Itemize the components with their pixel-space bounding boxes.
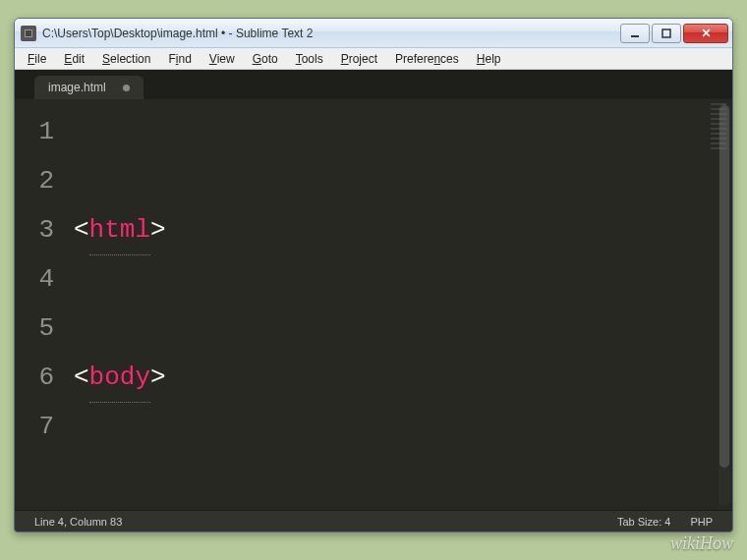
status-cursor[interactable]: Line 4, Column 83 <box>25 516 132 528</box>
tab-label: image.html <box>48 81 106 94</box>
line-gutter: 1 2 3 4 5 6 7 <box>15 99 68 510</box>
minimize-button[interactable] <box>620 24 650 43</box>
line-number: 4 <box>21 254 54 304</box>
menu-edit[interactable]: Edit <box>55 50 93 68</box>
scrollbar-thumb[interactable] <box>719 105 729 468</box>
app-icon <box>21 26 36 41</box>
menu-view[interactable]: View <box>201 50 244 68</box>
svg-rect-2 <box>631 35 639 37</box>
tab-image-html[interactable]: image.html <box>34 76 144 99</box>
code-line <box>74 500 732 510</box>
dirty-indicator-icon <box>123 84 130 91</box>
menu-bar: File Edit Selection Find View Goto Tools… <box>15 48 732 70</box>
line-number: 2 <box>21 156 54 205</box>
vertical-scrollbar[interactable] <box>718 103 730 506</box>
menu-project[interactable]: Project <box>332 50 386 68</box>
line-number: 7 <box>21 402 54 451</box>
svg-rect-1 <box>26 30 31 36</box>
line-number: 6 <box>21 353 54 402</box>
menu-selection[interactable]: Selection <box>93 50 159 68</box>
app-window: C:\Users\Top\Desktop\image.html • - Subl… <box>14 18 733 532</box>
code-area[interactable]: <html> <body> <img src="http://i1322. ph… <box>68 99 732 510</box>
watermark: wikiHow <box>670 533 733 554</box>
maximize-button[interactable] <box>652 24 681 43</box>
window-controls <box>620 24 728 43</box>
menu-preferences[interactable]: Preferences <box>386 50 468 68</box>
svg-rect-3 <box>662 29 670 37</box>
menu-find[interactable]: Find <box>159 50 200 68</box>
menu-tools[interactable]: Tools <box>287 50 332 68</box>
menu-goto[interactable]: Goto <box>244 50 287 68</box>
menu-help[interactable]: Help <box>468 50 510 68</box>
title-bar[interactable]: C:\Users\Top\Desktop\image.html • - Subl… <box>15 19 732 48</box>
editor: 1 2 3 4 5 6 7 <html> <body> <img src="ht… <box>15 99 732 510</box>
status-bar: Line 4, Column 83 Tab Size: 4 PHP <box>15 510 732 532</box>
code-line: <html> <box>74 205 732 254</box>
code-line: <body> <box>74 353 732 402</box>
status-syntax[interactable]: PHP <box>680 516 722 528</box>
tab-bar: image.html <box>15 70 732 99</box>
window-title: C:\Users\Top\Desktop\image.html • - Subl… <box>42 27 620 40</box>
close-button[interactable] <box>683 24 728 43</box>
line-number: 3 <box>21 205 54 254</box>
status-tab-size[interactable]: Tab Size: 4 <box>607 516 680 528</box>
line-number: 1 <box>21 107 54 156</box>
menu-file[interactable]: File <box>19 50 55 68</box>
line-number: 5 <box>21 304 54 353</box>
